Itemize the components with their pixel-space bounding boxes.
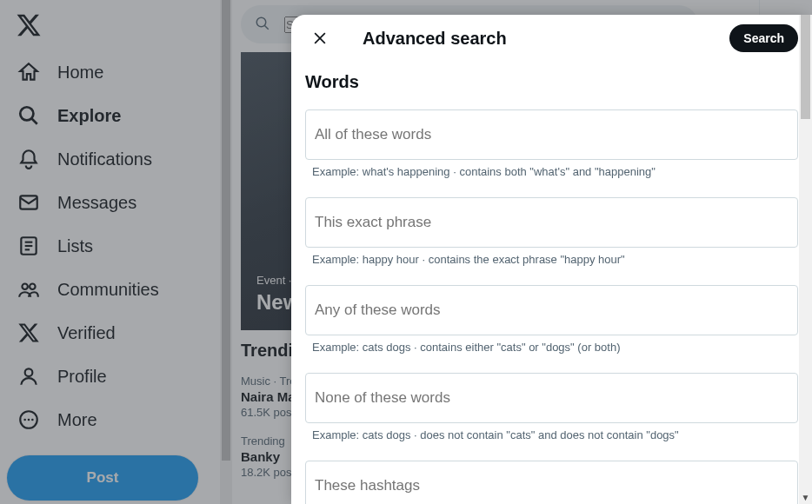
search-button[interactable]: Search [729,24,798,52]
section-title: Words [305,72,798,92]
close-icon [311,30,329,47]
modal-body: Words Example: what's happening · contai… [291,62,812,504]
close-button[interactable] [305,23,335,53]
any-words-hint: Example: cats dogs · contains either "ca… [305,341,798,354]
scrollbar-thumb[interactable] [801,15,810,119]
all-words-field[interactable] [305,109,798,160]
advanced-search-modal: Advanced search Search Words Example: wh… [291,15,812,504]
hashtags-field[interactable] [305,461,798,504]
scroll-down-icon[interactable]: ▼ [799,491,812,504]
none-words-field[interactable] [305,373,798,423]
all-words-hint: Example: what's happening · contains bot… [305,165,798,178]
hashtags-input[interactable] [315,477,789,494]
modal-header: Advanced search Search [291,15,812,62]
exact-phrase-field[interactable] [305,197,798,248]
app-root: Home Explore Notifications Messages List… [0,0,812,504]
all-words-input[interactable] [315,126,789,143]
exact-phrase-hint: Example: happy hour · contains the exact… [305,253,798,266]
exact-phrase-input[interactable] [315,214,789,231]
any-words-field[interactable] [305,285,798,335]
modal-title: Advanced search [363,29,702,49]
any-words-input[interactable] [315,302,789,319]
modal-scrollbar[interactable]: ▼ [799,15,812,504]
none-words-input[interactable] [315,389,789,407]
none-words-hint: Example: cats dogs · does not contain "c… [305,428,798,441]
